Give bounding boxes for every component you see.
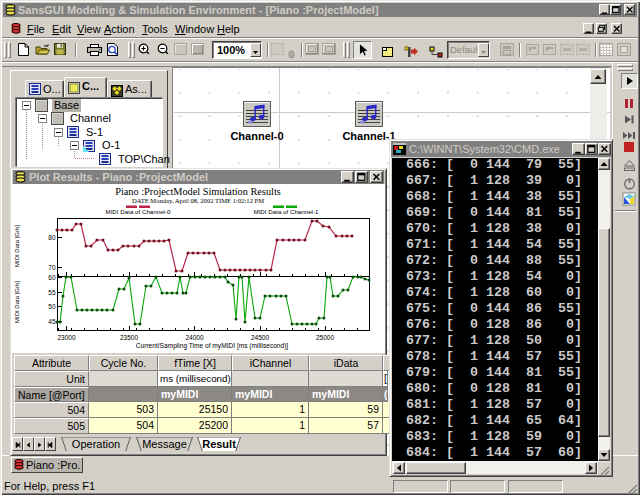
- svg-text:70: 70: [48, 264, 56, 271]
- svg-text:DATE Monday, April 08, 2002 T: DATE Monday, April 08, 2002 TIME 1:02:12…: [132, 197, 264, 204]
- svg-text:60: 60: [48, 274, 56, 281]
- svg-text:MIDI Data of Channel-0: MIDI Data of Channel-0: [106, 208, 172, 215]
- svg-text:55: 55: [48, 289, 56, 296]
- svg-text:MIDI Data of Channel-1: MIDI Data of Channel-1: [254, 208, 320, 215]
- svg-text:50: 50: [48, 303, 56, 310]
- svg-text:80: 80: [48, 234, 56, 241]
- svg-text:Piano :ProjectModel Simulation: Piano :ProjectModel Simulation Results: [115, 186, 281, 197]
- svg-text:23500: 23500: [120, 334, 138, 341]
- svg-text:23000: 23000: [57, 334, 75, 341]
- svg-text:24500: 24500: [251, 334, 269, 341]
- svg-text:Current/Sampling Time of myMID: Current/Sampling Time of myMIDI [ms (mil…: [136, 342, 289, 350]
- svg-text:MIDI Data [Grb]: MIDI Data [Grb]: [14, 281, 20, 323]
- svg-text:24000: 24000: [185, 334, 203, 341]
- svg-text:MIDI Data [Grb]: MIDI Data [Grb]: [14, 225, 20, 267]
- svg-text:25000: 25000: [316, 334, 334, 341]
- svg-text:45: 45: [48, 318, 56, 325]
